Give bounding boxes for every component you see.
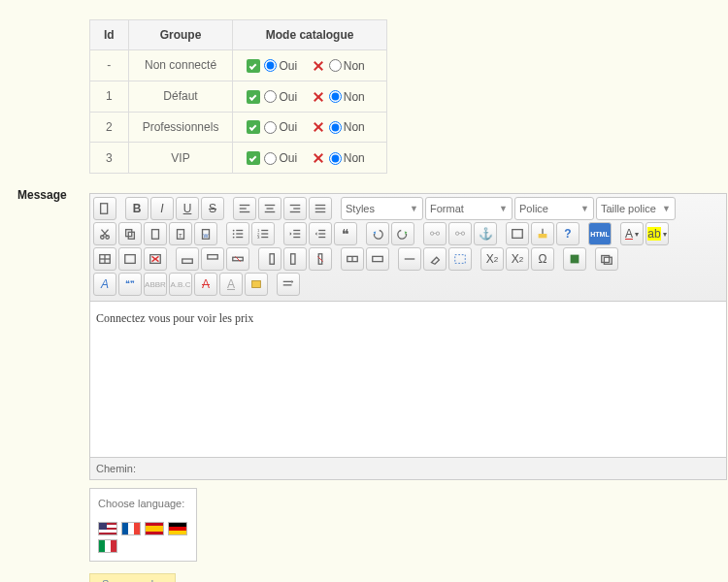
bullet-list-button[interactable] [226, 222, 249, 245]
save-button[interactable]: Sauvegarder [89, 573, 176, 582]
editor-content[interactable]: Connectez vous pour voir les prix [90, 302, 726, 457]
split-cell-button[interactable] [341, 247, 364, 271]
svg-rect-47 [539, 234, 547, 238]
textcolor-button[interactable]: A▾ [620, 222, 644, 245]
radio-yes[interactable] [264, 90, 277, 103]
col-group: Groupe [128, 20, 233, 50]
anchor-button[interactable]: ⚓ [474, 222, 497, 245]
svg-rect-72 [604, 258, 612, 265]
strike-button[interactable]: S [201, 197, 224, 220]
flag-de-icon[interactable] [168, 522, 187, 535]
radio-no[interactable] [329, 121, 342, 134]
message-label: Message [17, 188, 67, 202]
copy-button[interactable] [118, 222, 142, 245]
table-delete-button[interactable] [144, 247, 167, 271]
acronym-button[interactable]: A.B.C [169, 273, 192, 296]
image-button[interactable] [506, 222, 529, 245]
svg-rect-0 [101, 204, 108, 214]
align-justify-button[interactable] [309, 197, 332, 220]
ltr-button[interactable] [277, 273, 300, 296]
visualaid-button[interactable] [448, 247, 472, 271]
media-button[interactable] [563, 247, 586, 271]
attribs-button[interactable] [245, 273, 268, 296]
radio-no[interactable] [329, 152, 342, 165]
table-row: 2ProfessionnelsOui Non [90, 112, 387, 143]
number-list-button[interactable]: 123 [251, 222, 275, 245]
align-left-button[interactable] [233, 197, 256, 220]
hr-button[interactable] [398, 247, 421, 271]
flag-it-icon[interactable] [98, 539, 117, 553]
cross-icon [312, 90, 325, 104]
radio-no[interactable] [329, 90, 342, 103]
row-before-button[interactable] [176, 247, 199, 271]
cut-button[interactable] [93, 222, 116, 245]
svg-rect-57 [208, 255, 218, 259]
cell-mode: Oui Non [233, 112, 386, 143]
unlink-button[interactable]: ⚯ [448, 222, 472, 245]
check-icon [247, 151, 260, 165]
merge-cell-button[interactable] [366, 247, 389, 271]
rich-text-editor: B I U S Styles▼ Format▼ Police▼ Taille p… [89, 193, 727, 480]
col-before-button[interactable] [258, 247, 281, 271]
format-select[interactable]: Format▼ [425, 197, 513, 220]
blockquote-button[interactable]: ❝ [334, 222, 357, 245]
flag-fr-icon[interactable] [121, 522, 141, 535]
language-chooser: Choose language: [89, 488, 197, 561]
underline-button[interactable]: U [176, 197, 199, 220]
radio-no[interactable] [329, 59, 342, 72]
choose-lang-label: Choose language: [98, 497, 188, 511]
bold-button[interactable]: B [125, 197, 149, 220]
row-delete-button[interactable] [226, 247, 249, 271]
yes-label: Oui [279, 90, 297, 104]
redo-button[interactable] [391, 222, 414, 245]
cite-button[interactable]: ❝❞ [118, 273, 142, 296]
svg-rect-66 [373, 257, 383, 262]
bgcolor-button[interactable]: ab▾ [645, 222, 669, 245]
cell-group: Professionnels [128, 112, 233, 143]
flag-es-icon[interactable] [145, 522, 164, 535]
yes-label: Oui [279, 59, 297, 73]
newdoc-button[interactable] [93, 197, 116, 220]
styleprops-button[interactable]: A [93, 273, 116, 296]
abbr-button[interactable]: ABBR [144, 273, 167, 296]
svg-rect-52 [125, 255, 136, 264]
paste-text-button[interactable]: T [169, 222, 192, 245]
col-after-button[interactable] [283, 247, 307, 271]
paste-button[interactable] [144, 222, 167, 245]
styles-select[interactable]: Styles▼ [341, 197, 423, 220]
charmap-button[interactable]: Ω [531, 247, 554, 271]
groups-table: Id Groupe Mode catalogue -Non connectéOu… [89, 19, 387, 174]
cleanup-button[interactable] [531, 222, 554, 245]
cross-icon [312, 120, 325, 134]
eraser-button[interactable] [423, 247, 447, 271]
cell-mode: Oui Non [233, 50, 386, 81]
row-after-button[interactable] [201, 247, 224, 271]
radio-yes[interactable] [264, 152, 277, 165]
outdent-button[interactable] [283, 222, 307, 245]
table-props-button[interactable] [118, 247, 142, 271]
svg-point-28 [233, 237, 235, 239]
col-delete-button[interactable] [309, 247, 332, 271]
superscript-button[interactable]: X2 [506, 247, 529, 271]
ins-button[interactable]: A [219, 273, 243, 296]
radio-yes[interactable] [264, 59, 277, 72]
font-select[interactable]: Police▼ [514, 197, 594, 220]
svg-rect-60 [270, 254, 274, 265]
fontsize-select[interactable]: Taille police▼ [596, 197, 676, 220]
subscript-button[interactable]: X2 [480, 247, 504, 271]
paste-word-button[interactable]: W [194, 222, 217, 245]
del-button[interactable]: A [194, 273, 217, 296]
table-row: 1DéfautOui Non [90, 81, 387, 112]
html-button[interactable]: HTML [588, 222, 612, 245]
radio-yes[interactable] [264, 121, 277, 134]
undo-button[interactable] [366, 222, 389, 245]
align-center-button[interactable] [258, 197, 281, 220]
table-button[interactable] [93, 247, 116, 271]
align-right-button[interactable] [283, 197, 307, 220]
layer-button[interactable] [595, 247, 618, 271]
link-button[interactable]: ⚯ [423, 222, 447, 245]
flag-en-icon[interactable] [98, 522, 117, 535]
italic-button[interactable]: I [150, 197, 174, 220]
help-button[interactable]: ? [556, 222, 579, 245]
indent-button[interactable] [309, 222, 332, 245]
